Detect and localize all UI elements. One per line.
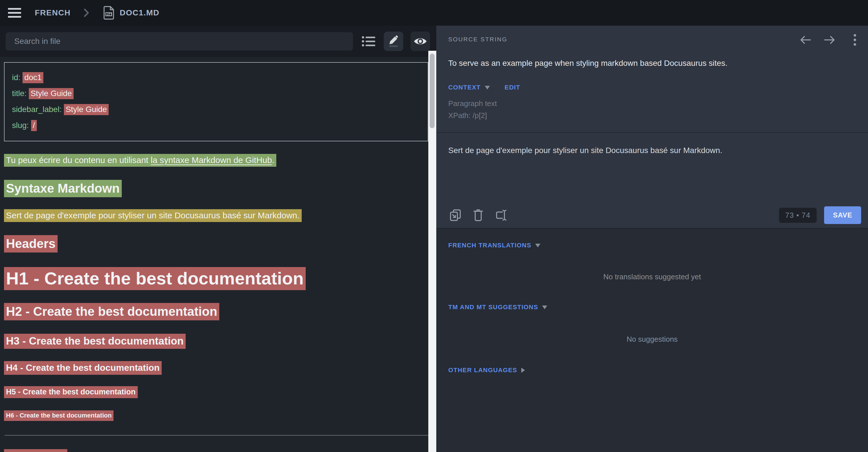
doc-text: Headers	[6, 236, 56, 251]
source-string-text: To serve as an example page when styling…	[448, 59, 727, 68]
next-string-button[interactable]	[823, 33, 836, 47]
doc-heading-string[interactable]: Headers	[4, 235, 58, 253]
translation-panel: SOURCE STRING To serve as an example pag…	[436, 26, 868, 452]
doc-text: H1 - Create the best documentation	[6, 268, 304, 288]
frontmatter-key: title:	[12, 89, 29, 98]
markdown-file-icon	[103, 6, 115, 20]
kebab-menu-icon[interactable]	[853, 33, 857, 47]
delete-translation-icon[interactable]	[473, 209, 483, 221]
doc-heading-string[interactable]: Syntaxe Markdown	[4, 180, 122, 197]
doc-text: Tu peux écrire du contenu en utilisant	[6, 155, 151, 165]
doc-heading-string[interactable]: H1 - Create the best documentation	[4, 267, 306, 290]
preview-mode-button[interactable]	[411, 32, 430, 51]
doc-text: H3 - Create the best documentation	[6, 335, 184, 347]
clear-selection-icon[interactable]	[495, 209, 507, 221]
frontmatter-value-string[interactable]: Style Guide	[64, 104, 108, 115]
save-button[interactable]: SAVE	[824, 206, 861, 224]
chevron-right-icon	[83, 7, 90, 18]
doc-text: H2 - Create the best documentation	[6, 304, 217, 318]
eye-icon	[413, 36, 427, 46]
triangle-down-icon	[485, 86, 490, 90]
doc-text: Syntaxe Markdown	[6, 181, 120, 195]
triangle-down-icon	[542, 305, 547, 309]
doc-text: H4 - Create the best documentation	[6, 362, 160, 373]
suggestions-empty-text: No suggestions	[436, 335, 868, 344]
divider	[436, 132, 868, 133]
doc-text: H5 - Create the best documentation	[6, 388, 136, 396]
suggestions-section: FRENCH TRANSLATIONS No translations sugg…	[436, 229, 868, 452]
document-body: id: doc1title: Style Guidesidebar_label:…	[0, 57, 436, 452]
char-counter-badge: 73 • 74	[779, 208, 817, 223]
frontmatter-key: id:	[12, 73, 23, 82]
doc-string[interactable]: Tu peux écrire du contenu en utilisant l…	[4, 154, 276, 167]
doc-heading-string[interactable]: H4 - Create the best documentation	[4, 361, 162, 375]
translations-empty-text: No translations suggested yet	[436, 272, 868, 281]
context-type-text: Paragraph text	[448, 99, 497, 108]
search-input[interactable]	[6, 32, 353, 51]
doc-heading-string[interactable]: H6 - Create the best documentation	[4, 410, 114, 421]
context-xpath-text: XPath: /p[2]	[448, 111, 487, 120]
breadcrumb-project[interactable]: FRENCH	[35, 8, 71, 18]
frontmatter-key: slug:	[12, 121, 31, 130]
pencil-underline-icon	[387, 35, 400, 48]
doc-text: Sert de page d'exemple pour styliser un …	[6, 211, 300, 220]
scrollbar-track[interactable]	[428, 51, 436, 452]
frontmatter-value-string[interactable]: doc1	[23, 72, 43, 83]
doc-heading-string[interactable]: Emphasis	[4, 449, 67, 452]
doc-text: Emphasis	[6, 451, 65, 452]
search-toolbar	[0, 26, 436, 57]
previous-string-button[interactable]	[799, 33, 812, 47]
frontmatter-block: id: doc1title: Style Guidesidebar_label:…	[4, 62, 428, 141]
triangle-down-icon	[535, 244, 540, 247]
context-dropdown[interactable]: CONTEXT	[448, 84, 481, 91]
doc-text: .	[272, 155, 274, 165]
translation-input[interactable]: Sert de page d'exemple pour styliser un …	[448, 145, 853, 156]
menu-icon[interactable]	[8, 8, 21, 18]
frontmatter-value-string[interactable]: /	[31, 120, 37, 131]
frontmatter-value-string[interactable]: Style Guide	[29, 88, 73, 99]
scrollbar-thumb[interactable]	[430, 54, 435, 128]
list-view-icon[interactable]	[362, 35, 376, 47]
doc-text: H6 - Create the best documentation	[6, 412, 112, 419]
doc-string[interactable]: Sert de page d'exemple pour styliser un …	[4, 209, 302, 222]
copy-source-icon[interactable]	[450, 209, 461, 221]
triangle-right-icon	[521, 368, 525, 373]
source-string-label: SOURCE STRING	[448, 36, 507, 43]
doc-heading-string[interactable]: H5 - Create the best documentation	[4, 386, 138, 398]
edit-mode-button[interactable]	[384, 32, 403, 51]
doc-heading-string[interactable]: H3 - Create the best documentation	[4, 334, 186, 349]
top-bar: FRENCH DOC1.MD	[0, 0, 868, 26]
file-panel: id: doc1title: Style Guidesidebar_label:…	[0, 26, 436, 452]
other-languages-toggle[interactable]: OTHER LANGUAGES	[448, 366, 868, 374]
translation-toolbar: 73 • 74 SAVE	[436, 202, 868, 229]
tm-mt-suggestions-toggle[interactable]: TM AND MT SUGGESTIONS	[448, 303, 868, 311]
source-string-section: SOURCE STRING To serve as an example pag…	[436, 26, 868, 229]
doc-heading-string[interactable]: H2 - Create the best documentation	[4, 303, 219, 320]
frontmatter-key: sidebar_label:	[12, 105, 64, 114]
doc-link[interactable]: la syntaxe Markdown de GitHub	[151, 155, 272, 165]
horizontal-rule	[5, 435, 431, 436]
french-translations-toggle[interactable]: FRENCH TRANSLATIONS	[448, 242, 868, 249]
edit-context-link[interactable]: EDIT	[505, 84, 520, 91]
breadcrumb-file[interactable]: DOC1.MD	[120, 8, 160, 18]
